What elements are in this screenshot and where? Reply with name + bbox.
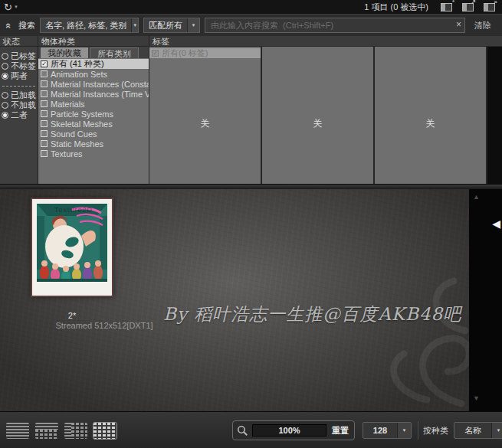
item-count-label: 1 项目 (0 被选中) xyxy=(364,2,428,13)
tag-column-off-label: 关 xyxy=(149,117,261,130)
radio-icon xyxy=(2,53,8,60)
new-window-icon: * xyxy=(452,0,454,5)
float-window-button[interactable]: ↗ xyxy=(462,3,474,11)
search-bar: « 搜索 名字, 路径, 标签, 类别 ▼ 匹配所有 ▼ × 清除 xyxy=(0,14,502,36)
tag-column-1: ✓所有(0 标签) 关 xyxy=(149,47,262,184)
close-window-icon: × xyxy=(494,0,497,5)
asset-tile[interactable]: Texture2D 2* Streamed 512x512[DXT1] xyxy=(31,198,113,297)
clear-button[interactable]: 清除 xyxy=(470,17,496,34)
asset-canvas[interactable]: Texture2D 2* Streamed 512x512[DXT1] By 稻… xyxy=(0,189,469,411)
checkbox-icon xyxy=(41,100,48,107)
asset-thumbnail-frame: Texture2D xyxy=(31,198,113,297)
zoom-control-group: 100% 重置 xyxy=(232,420,355,440)
sort-group-label: 按种类 xyxy=(423,425,448,437)
clone-window-button[interactable]: * xyxy=(441,3,452,11)
radio-icon xyxy=(2,102,8,109)
float-window-icon: ↗ xyxy=(471,0,476,5)
split-horizontal-view-button[interactable] xyxy=(35,423,58,439)
type-row[interactable]: Material Instances (Consta xyxy=(38,79,149,89)
search-input[interactable] xyxy=(205,18,465,33)
status-options: 已标签 不标签 两者 已加载 不加载 二者 xyxy=(0,47,38,184)
search-field-dropdown[interactable]: 名字, 路径, 标签, 类别 ▼ xyxy=(40,18,139,33)
refresh-button[interactable]: ↻ ▼ xyxy=(4,2,18,12)
type-row[interactable]: Static Meshes xyxy=(38,139,149,149)
clear-search-icon[interactable]: × xyxy=(456,19,461,30)
right-scroll-strip: ▲ ▼ ◀ xyxy=(469,189,502,411)
zoom-slider[interactable]: 100% xyxy=(252,424,326,437)
tag-column-3: 关 xyxy=(375,47,487,184)
match-mode-dropdown[interactable]: 匹配所有 ▼ xyxy=(143,18,200,33)
top-bar-right: 1 项目 (0 被选中) * ↗ × xyxy=(364,2,502,13)
split-vertical-view-button[interactable] xyxy=(64,423,87,439)
bottom-bar: 100% 重置 128 ▼ 按种类 名称 ▼ xyxy=(0,411,502,448)
sort-by-value: 名称 xyxy=(454,423,491,438)
asset-name-label: 2* xyxy=(31,311,113,320)
asset-info-label: Streamed 512x512[DXT1] xyxy=(29,321,179,330)
zoom-reset-button[interactable]: 重置 xyxy=(330,425,350,437)
checkbox-icon xyxy=(41,140,48,147)
list-grid-icon xyxy=(64,423,71,439)
list-grid-icon xyxy=(35,423,58,430)
thumbnail-size-dropdown[interactable]: 128 ▼ xyxy=(363,422,412,439)
tag-column-off-label: 关 xyxy=(375,117,486,130)
close-window-button[interactable]: × xyxy=(484,3,495,11)
asset-thumbnail-image xyxy=(37,204,107,282)
view-mode-buttons xyxy=(6,423,116,439)
list-view-button[interactable] xyxy=(6,423,29,439)
status-header: 状态 xyxy=(0,36,38,47)
chevron-down-icon: ▼ xyxy=(131,18,138,32)
caret-down-icon: ▼ xyxy=(14,5,18,9)
decorative-flourish xyxy=(270,258,469,411)
thumbnails-view-button[interactable] xyxy=(94,423,116,439)
collapse-panel-left-icon[interactable]: ◀ xyxy=(492,217,500,230)
search-label: 搜索 xyxy=(18,20,35,31)
radio-tagged-both[interactable]: 两者 xyxy=(2,71,37,81)
radio-selected-icon xyxy=(2,112,8,119)
type-row[interactable]: Skeletal Meshes xyxy=(38,119,149,129)
type-row[interactable]: Animation Sets xyxy=(38,69,149,79)
type-row[interactable]: Materials xyxy=(38,99,149,109)
refresh-icon: ↻ xyxy=(4,2,12,12)
checkbox-icon xyxy=(41,70,48,77)
type-row[interactable]: Particle Systems xyxy=(38,109,149,119)
collapse-search-panel-icon[interactable]: « xyxy=(3,21,15,31)
radio-icon xyxy=(2,63,8,70)
divider xyxy=(2,86,35,87)
horizontal-splitter[interactable] xyxy=(0,184,502,189)
tags-columns: ✓所有(0 标签) 关 关 关 xyxy=(149,47,502,184)
sort-by-dropdown[interactable]: 名称 ▼ xyxy=(454,422,502,439)
object-types-column: 物体种类 我的收藏 所有类别 ✓所有 (41 种类) Animation Set… xyxy=(38,36,149,184)
magnifier-icon xyxy=(237,425,248,437)
checkbox-icon xyxy=(41,80,48,87)
filter-panel: 状态 已标签 不标签 两者 已加载 不加载 二者 物体种类 我的收藏 所有类别 … xyxy=(0,36,502,184)
tag-all-row[interactable]: ✓所有(0 标签) xyxy=(149,48,261,58)
tags-area: 标签 ✓所有(0 标签) 关 关 关 xyxy=(149,36,502,184)
type-row[interactable]: Material Instances (Time V xyxy=(38,89,149,99)
checkbox-icon xyxy=(41,110,48,117)
radio-selected-icon xyxy=(2,73,8,80)
type-row[interactable]: Sound Cues xyxy=(38,129,149,139)
object-types-tabs: 我的收藏 所有类别 xyxy=(38,47,149,58)
chevron-down-icon: ▼ xyxy=(397,423,411,438)
watermark-text: By 稻叶浩志一生推@百度AKB48吧 xyxy=(163,302,461,326)
tab-favorites[interactable]: 我的收藏 xyxy=(41,47,88,58)
tags-header: 标签 xyxy=(149,36,502,47)
object-types-list: ✓所有 (41 种类) Animation Sets Material Inst… xyxy=(38,58,149,184)
type-row[interactable]: Textures xyxy=(38,149,149,159)
divider xyxy=(418,421,418,440)
tag-column-2: 关 xyxy=(262,47,375,184)
checkbox-icon xyxy=(41,120,48,127)
chevron-down-icon: ▼ xyxy=(187,18,199,32)
scroll-up-icon[interactable]: ▲ xyxy=(473,193,480,201)
scroll-down-icon[interactable]: ▼ xyxy=(473,394,480,402)
tab-all-categories[interactable]: 所有类别 xyxy=(90,47,139,58)
top-bar: ↻ ▼ 1 项目 (0 被选中) * ↗ × xyxy=(0,0,502,14)
search-box: × xyxy=(205,18,465,33)
radio-loaded-both[interactable]: 二者 xyxy=(2,110,37,120)
checkbox-checked-icon: ✓ xyxy=(41,60,48,67)
checkbox-icon xyxy=(41,90,48,97)
type-row-all[interactable]: ✓所有 (41 种类) xyxy=(38,59,149,69)
content-browser-window: ↻ ▼ 1 项目 (0 被选中) * ↗ × « 搜索 名字, 路径, 标签, … xyxy=(0,0,502,448)
checkbox-icon xyxy=(41,130,48,137)
checkbox-icon xyxy=(41,150,48,157)
